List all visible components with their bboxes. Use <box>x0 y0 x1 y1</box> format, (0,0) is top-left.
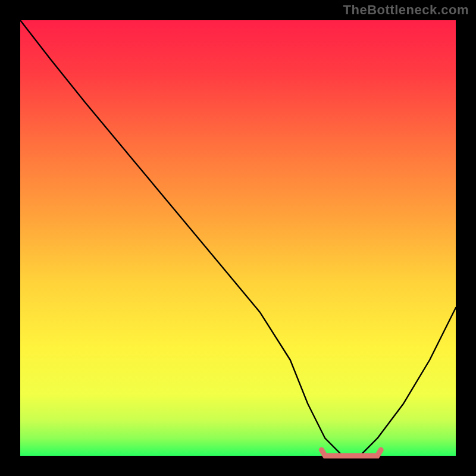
bottleneck-chart-svg <box>0 0 476 476</box>
chart-stage: TheBottleneck.com <box>0 0 476 476</box>
watermark-text: TheBottleneck.com <box>343 2 469 18</box>
plot-background <box>20 20 456 456</box>
